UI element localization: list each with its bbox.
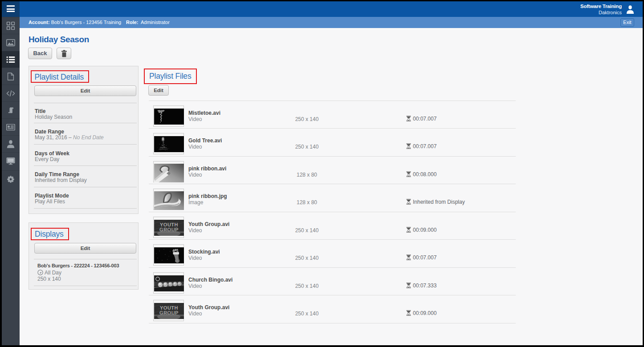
svg-text:GROUP: GROUP bbox=[159, 227, 179, 232]
svg-text:GROUP: GROUP bbox=[159, 310, 179, 315]
